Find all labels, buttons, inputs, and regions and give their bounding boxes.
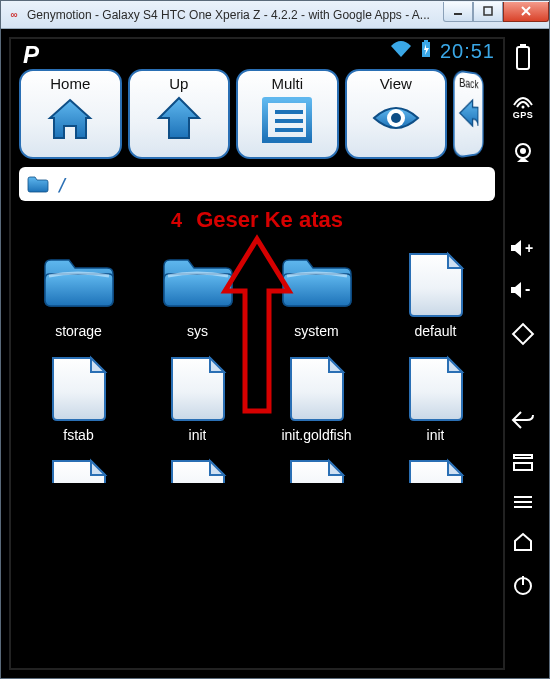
multi-button-label: Multi	[271, 75, 303, 92]
signal-icon	[512, 93, 534, 109]
close-icon	[520, 5, 532, 17]
folder-item[interactable]: system	[257, 249, 376, 339]
back-arrow-icon	[456, 91, 481, 135]
list-icon	[261, 94, 313, 146]
back-button-label: Back	[459, 76, 478, 91]
file-item-label: storage	[55, 323, 102, 339]
window-minimize-button[interactable]	[443, 2, 473, 22]
sidebar-volume-down-button[interactable]: -	[510, 280, 536, 300]
file-icon	[160, 354, 236, 422]
file-item[interactable]	[138, 457, 257, 483]
view-button[interactable]: View	[345, 69, 448, 159]
nav-back-icon	[511, 410, 535, 430]
app-toolbar: Home Up Multi View Back	[11, 63, 503, 163]
eye-icon	[370, 94, 422, 146]
file-item-label: default	[414, 323, 456, 339]
svg-point-13	[520, 148, 526, 154]
battery-charging-icon	[420, 40, 432, 62]
file-item[interactable]: init	[376, 353, 495, 443]
sidebar-volume-up-button[interactable]: +	[510, 238, 536, 258]
file-item-label: system	[294, 323, 338, 339]
file-item[interactable]	[376, 457, 495, 483]
sidebar-rotate-button[interactable]	[511, 322, 535, 346]
annotation-text: Geser Ke atas	[196, 207, 343, 233]
sidebar-gps-button[interactable]: GPS	[512, 93, 534, 120]
file-icon	[41, 354, 117, 422]
file-item[interactable]: fstab	[19, 353, 138, 443]
svg-rect-10	[520, 44, 526, 47]
wifi-icon	[390, 40, 412, 62]
sidebar-gps-label: GPS	[513, 110, 534, 120]
svg-text:+: +	[525, 240, 533, 256]
nav-recent-icon	[512, 452, 534, 472]
file-item[interactable]	[19, 457, 138, 483]
file-icon	[41, 457, 117, 483]
current-path: /	[57, 174, 68, 195]
battery-icon	[514, 43, 532, 71]
file-icon	[398, 354, 474, 422]
sidebar-battery-button[interactable]	[514, 43, 532, 71]
svg-rect-16	[513, 324, 533, 344]
android-statusbar: P 20:51	[11, 39, 503, 63]
up-button[interactable]: Up	[128, 69, 231, 159]
maximize-icon	[483, 6, 493, 16]
svg-rect-17	[514, 455, 532, 458]
home-button[interactable]: Home	[19, 69, 122, 159]
folder-icon	[41, 250, 117, 318]
file-item-label: init	[427, 427, 445, 443]
folder-item[interactable]: storage	[19, 249, 138, 339]
file-item[interactable]	[257, 457, 376, 483]
annotation-number: 4	[171, 209, 182, 232]
file-icon	[279, 457, 355, 483]
menu-icon	[512, 494, 534, 510]
file-item[interactable]: init	[138, 353, 257, 443]
path-bar[interactable]: /	[19, 167, 495, 201]
file-item-label: fstab	[63, 427, 93, 443]
folder-icon	[160, 250, 236, 318]
nav-menu-button[interactable]	[512, 494, 534, 510]
rotate-icon	[511, 322, 535, 346]
minimize-icon	[453, 6, 463, 16]
volume-down-icon: -	[510, 280, 536, 300]
file-list-scroll[interactable]: storagesyssystemdefaultfstabinitinit.gol…	[11, 249, 503, 668]
file-icon	[398, 250, 474, 318]
file-item-label: sys	[187, 323, 208, 339]
emulator-sidebar: GPS + -	[505, 37, 541, 670]
up-arrow-icon	[153, 94, 205, 146]
svg-text:-: -	[525, 280, 530, 297]
app-brand-icon: P	[23, 41, 39, 69]
nav-recent-button[interactable]	[512, 452, 534, 472]
window-titlebar: ∞ Genymotion - Galaxy S4 HTC One Xperia …	[1, 1, 549, 29]
file-item[interactable]: default	[376, 249, 495, 339]
svg-point-11	[522, 106, 525, 109]
window-title: Genymotion - Galaxy S4 HTC One Xperia Z …	[27, 8, 437, 22]
folder-icon	[279, 250, 355, 318]
file-item[interactable]: init.goldfish	[257, 353, 376, 443]
svg-rect-6	[484, 7, 492, 15]
view-button-label: View	[380, 75, 412, 92]
back-button[interactable]: Back	[453, 69, 484, 159]
sidebar-camera-button[interactable]	[512, 142, 534, 164]
home-icon	[44, 94, 96, 146]
nav-home-button[interactable]	[512, 532, 534, 552]
volume-up-icon: +	[510, 238, 536, 258]
status-time: 20:51	[440, 40, 495, 63]
svg-rect-18	[514, 463, 532, 470]
app-logo-icon: ∞	[7, 8, 21, 22]
window-maximize-button[interactable]	[473, 2, 503, 22]
file-icon	[160, 457, 236, 483]
nav-power-button[interactable]	[512, 574, 534, 596]
svg-rect-9	[517, 47, 529, 69]
file-item-label: init	[189, 427, 207, 443]
nav-back-button[interactable]	[511, 410, 535, 430]
nav-home-icon	[512, 532, 534, 552]
svg-rect-8	[424, 40, 428, 42]
multi-button[interactable]: Multi	[236, 69, 339, 159]
emulator-screen: P 20:51 Home Up	[9, 37, 505, 670]
home-button-label: Home	[50, 75, 90, 92]
file-item-label: init.goldfish	[281, 427, 351, 443]
file-icon	[398, 457, 474, 483]
window-close-button[interactable]	[503, 2, 549, 22]
webcam-icon	[512, 142, 534, 164]
folder-item[interactable]: sys	[138, 249, 257, 339]
